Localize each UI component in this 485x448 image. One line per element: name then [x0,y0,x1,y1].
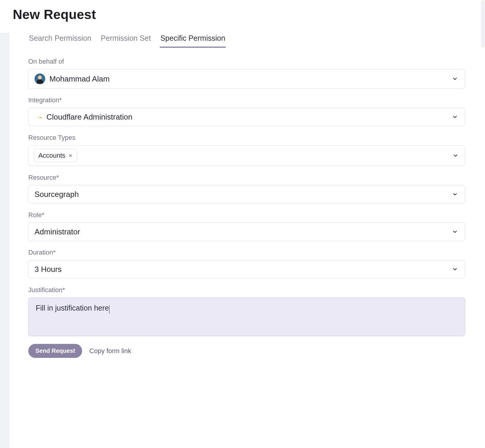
avatar [35,73,45,84]
cloudflare-icon [35,114,42,120]
scrollbar[interactable] [481,0,485,48]
resource-select[interactable]: Sourcegraph [28,185,465,203]
on-behalf-value: Mohammad Alam [49,74,109,84]
chevron-down-icon [451,228,459,236]
integration-value: Cloudflare Administration [46,112,132,122]
resource-types-select[interactable]: Accounts [28,145,465,166]
role-select[interactable]: Administrator [28,223,465,241]
tab-permission-set[interactable]: Permission Set [100,32,151,48]
copy-form-link-button[interactable]: Copy form link [89,347,131,355]
resource-value: Sourcegraph [35,190,79,199]
tabs: Search Permission Permission Set Specifi… [28,32,465,48]
role-label: Role* [28,211,465,219]
close-icon[interactable] [68,153,73,158]
justification-input[interactable]: Fill in justification here [28,297,465,336]
duration-label: Duration* [28,249,465,256]
left-gutter [0,33,10,448]
page-title: New Request [2,0,483,32]
duration-select[interactable]: 3 Hours [28,260,465,278]
text-caret [109,305,110,314]
chip-accounts[interactable]: Accounts [34,149,77,162]
tab-search-permission[interactable]: Search Permission [28,32,92,48]
duration-value: 3 Hours [35,265,62,274]
chip-label: Accounts [38,152,65,159]
resource-types-label: Resource Types [28,134,465,142]
on-behalf-select[interactable]: Mohammad Alam [28,69,465,89]
integration-select[interactable]: Cloudflare Administration [28,108,465,126]
tab-specific-permission[interactable]: Specific Permission [160,32,226,48]
chevron-down-icon [451,190,459,198]
chevron-down-icon [451,265,459,273]
chevron-down-icon [451,75,459,83]
on-behalf-label: On behalf of [28,58,465,65]
resource-label: Resource* [28,174,465,181]
integration-label: Integration* [28,96,465,104]
role-value: Administrator [35,227,80,236]
justification-value: Fill in justification here [36,304,109,312]
justification-label: Justification* [28,286,465,294]
send-request-button[interactable]: Send Request [28,344,82,358]
chevron-down-icon [451,113,459,121]
chevron-down-icon [452,152,459,159]
